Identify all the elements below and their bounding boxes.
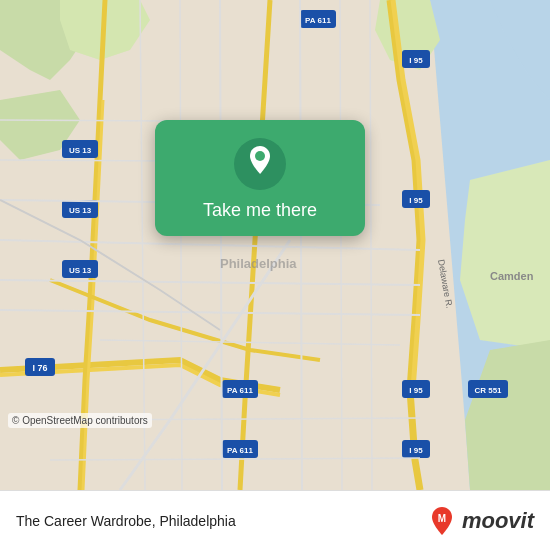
moovit-icon: M [426, 505, 458, 537]
svg-text:US 13: US 13 [69, 146, 92, 155]
popup-label[interactable]: Take me there [203, 200, 317, 222]
svg-text:CR 551: CR 551 [474, 386, 502, 395]
location-name: The Career Wardrobe, Philadelphia [16, 513, 236, 529]
svg-text:US 13: US 13 [69, 266, 92, 275]
svg-text:Camden: Camden [490, 270, 534, 282]
location-popup[interactable]: Take me there [155, 120, 365, 236]
svg-text:PA 611: PA 611 [227, 446, 253, 455]
svg-text:US 13: US 13 [69, 206, 92, 215]
moovit-logo[interactable]: M moovit [426, 505, 534, 537]
svg-point-43 [255, 151, 265, 161]
svg-text:M: M [438, 513, 446, 524]
bottom-bar: The Career Wardrobe, Philadelphia M moov… [0, 490, 550, 550]
svg-text:PA 611: PA 611 [305, 16, 331, 25]
copyright-text: © OpenStreetMap contributors [8, 413, 152, 428]
svg-text:Philadelphia: Philadelphia [220, 256, 297, 271]
location-pin-icon [245, 146, 275, 182]
popup-icon [234, 138, 286, 190]
svg-text:PA 611: PA 611 [227, 386, 253, 395]
moovit-brand-text: moovit [462, 508, 534, 534]
svg-text:I 95: I 95 [409, 56, 423, 65]
svg-text:I 95: I 95 [409, 386, 423, 395]
svg-text:I 76: I 76 [32, 363, 47, 373]
svg-text:I 95: I 95 [409, 446, 423, 455]
svg-text:I 95: I 95 [409, 196, 423, 205]
map-area[interactable]: I 76 US 13 US 13 US 13 I 95 I 95 I 95 I … [0, 0, 550, 490]
